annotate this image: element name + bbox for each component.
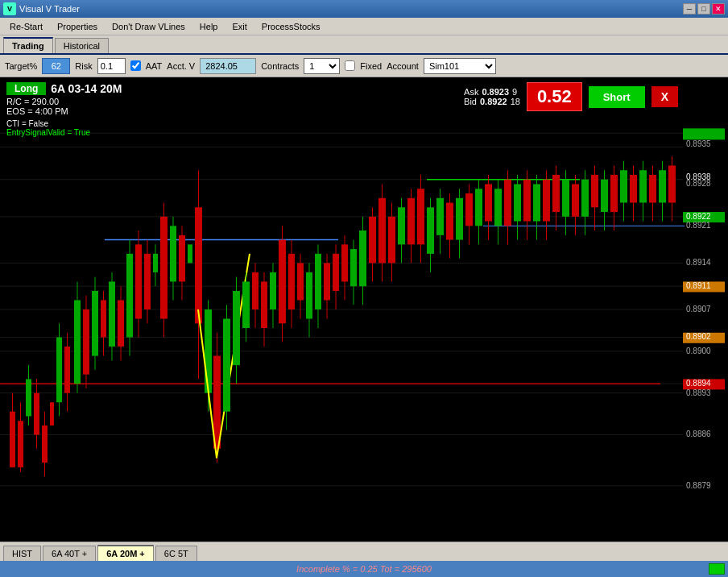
app-title: Visual V Trader bbox=[19, 4, 80, 14]
current-price-badge: 0.52 bbox=[527, 82, 582, 111]
risk-input[interactable] bbox=[97, 58, 126, 74]
bid-size: 18 bbox=[511, 97, 520, 106]
account-label: Account bbox=[387, 61, 419, 71]
svg-text:0.8935: 0.8935 bbox=[686, 139, 711, 148]
ask-value: 0.8923 bbox=[482, 87, 509, 97]
acct-value: 2824.05 bbox=[200, 58, 256, 74]
svg-text:0.8894: 0.8894 bbox=[686, 379, 711, 388]
main-content: 0.8938 0.8935 0.8928 0.8922 0.8921 0.891… bbox=[0, 77, 728, 577]
svg-text:0.8902: 0.8902 bbox=[686, 332, 711, 341]
svg-text:0.8911: 0.8911 bbox=[686, 281, 711, 290]
tab-historical[interactable]: Historical bbox=[55, 38, 109, 53]
bid-value: 0.8922 bbox=[480, 97, 507, 106]
title-bar: V Visual V Trader ─ □ ✕ bbox=[0, 0, 728, 18]
menu-processstocks[interactable]: ProcessStocks bbox=[255, 20, 327, 33]
svg-text:0.8900: 0.8900 bbox=[686, 347, 711, 355]
contracts-label: Contracts bbox=[261, 61, 299, 71]
svg-text:0.8928: 0.8928 bbox=[686, 179, 711, 188]
fixed-checkbox[interactable] bbox=[345, 60, 355, 71]
bottom-tab-6a20m[interactable]: 6A 20M + bbox=[97, 545, 154, 561]
maximize-button[interactable]: □ bbox=[697, 3, 710, 15]
status-bar: Incomplete % = 0.25 Tot = 295600 bbox=[0, 561, 728, 577]
ask-size: 9 bbox=[512, 87, 517, 97]
svg-text:0.8914: 0.8914 bbox=[686, 258, 711, 267]
svg-text:0.8907: 0.8907 bbox=[686, 305, 711, 313]
bottom-tab-6c5t[interactable]: 6C 5T bbox=[155, 546, 197, 561]
status-indicator bbox=[709, 563, 725, 575]
menu-properties[interactable]: Properties bbox=[51, 20, 104, 33]
short-button[interactable]: Short bbox=[589, 86, 645, 108]
risk-label: Risk bbox=[75, 61, 92, 71]
bid-label: Bid bbox=[464, 97, 477, 106]
entry-signal-text: EntrySignalValid = True bbox=[6, 128, 680, 137]
svg-rect-28 bbox=[50, 402, 54, 425]
status-text: Incomplete % = 0.25 Tot = 295600 bbox=[296, 564, 432, 574]
ask-bid-panel: Ask 0.8923 9 Bid 0.8922 18 bbox=[464, 87, 520, 106]
position-badge: Long bbox=[6, 82, 46, 95]
menu-help[interactable]: Help bbox=[193, 20, 225, 33]
chart-svg: 0.8938 0.8935 0.8928 0.8922 0.8921 0.891… bbox=[0, 77, 728, 542]
contracts-select[interactable]: 1 2 5 bbox=[304, 58, 340, 74]
bottom-tab-6a40t[interactable]: 6A 40T + bbox=[43, 546, 96, 561]
bottom-tab-hist[interactable]: HIST bbox=[3, 546, 41, 561]
target-input[interactable] bbox=[42, 58, 70, 74]
target-label: Target% bbox=[5, 61, 37, 71]
menu-exit[interactable]: Exit bbox=[225, 20, 253, 33]
aat-label: AAT bbox=[146, 61, 163, 71]
account-select[interactable]: Sim101 bbox=[424, 58, 496, 74]
ask-label: Ask bbox=[464, 87, 478, 97]
app-icon: V bbox=[3, 2, 16, 15]
svg-rect-164 bbox=[683, 128, 725, 139]
svg-text:0.8922: 0.8922 bbox=[686, 212, 711, 221]
chart-symbol: 6A 03-14 20M bbox=[51, 82, 122, 95]
bottom-tab-bar: HIST 6A 40T + 6A 20M + 6C 5T bbox=[0, 542, 728, 561]
svg-text:0.8921: 0.8921 bbox=[686, 221, 711, 230]
svg-text:0.8879: 0.8879 bbox=[686, 481, 711, 490]
aat-checkbox[interactable] bbox=[130, 60, 141, 71]
menu-bar: Re-Start Properties Don't Draw VLines He… bbox=[0, 18, 728, 35]
chart-wrapper: 0.8938 0.8935 0.8928 0.8922 0.8921 0.891… bbox=[0, 77, 728, 542]
x-button[interactable]: X bbox=[651, 86, 678, 107]
menu-restart[interactable]: Re-Start bbox=[3, 20, 49, 33]
acct-label: Acct. V bbox=[167, 61, 195, 71]
chart-controls: Ask 0.8923 9 Bid 0.8922 18 0.52 Short X bbox=[464, 82, 678, 111]
toolbar: Target% Risk AAT Acct. V 2824.05 Contrac… bbox=[0, 55, 728, 77]
svg-rect-59 bbox=[188, 244, 192, 263]
window-controls: ─ □ ✕ bbox=[683, 3, 725, 15]
minimize-button[interactable]: ─ bbox=[683, 3, 696, 15]
svg-text:0.8893: 0.8893 bbox=[686, 388, 711, 397]
svg-text:0.8886: 0.8886 bbox=[686, 430, 711, 438]
cti-text: CTI = False bbox=[6, 119, 680, 128]
menu-dont-draw[interactable]: Don't Draw VLines bbox=[105, 20, 192, 33]
tab-bar: Trading Historical bbox=[0, 35, 728, 55]
tab-trading[interactable]: Trading bbox=[3, 37, 53, 53]
close-button[interactable]: ✕ bbox=[712, 3, 725, 15]
fixed-label: Fixed bbox=[360, 61, 382, 71]
